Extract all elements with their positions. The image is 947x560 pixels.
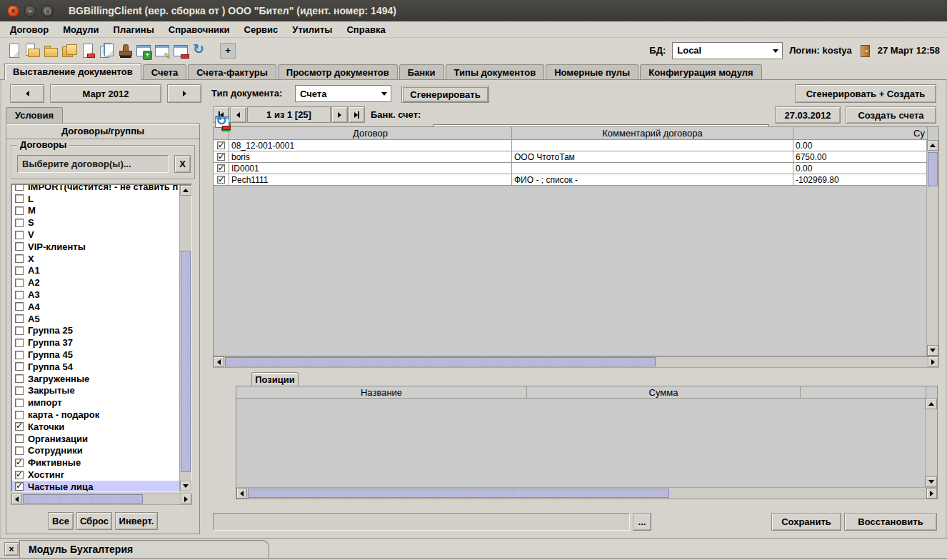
contracts-groups-tab[interactable]: Договоры/группы xyxy=(6,123,200,139)
menu-item[interactable]: Справка xyxy=(339,21,392,37)
row-checkbox[interactable] xyxy=(217,176,225,184)
create-invoices-button[interactable]: Создать счета xyxy=(846,106,936,124)
scroll-up-button[interactable] xyxy=(926,399,937,409)
contract-group-item[interactable]: VIP-клиенты xyxy=(12,241,179,253)
group-checkbox[interactable] xyxy=(15,399,24,407)
contract-picker-field[interactable]: Выберите договор(ы)... xyxy=(17,155,169,173)
menu-item[interactable]: Плагины xyxy=(106,21,161,37)
window-close-button[interactable]: × xyxy=(7,5,19,17)
group-checkbox[interactable] xyxy=(15,374,24,383)
menu-item[interactable]: Договор xyxy=(3,21,56,37)
menu-item[interactable]: Сервис xyxy=(237,21,286,37)
documents-stack-button[interactable] xyxy=(60,41,79,60)
main-tab[interactable]: Номерные пулы xyxy=(546,64,638,79)
group-checkbox[interactable] xyxy=(15,351,24,359)
main-tab[interactable]: Конфигурация модуля xyxy=(640,64,761,79)
menu-item[interactable]: Утилиты xyxy=(285,21,339,37)
invoice-row[interactable]: 08_12-001-0001 0.00 xyxy=(214,140,928,151)
contract-group-item[interactable]: Фиктивные xyxy=(12,456,179,469)
window-minimize-button[interactable]: − xyxy=(24,5,36,17)
group-checkbox[interactable] xyxy=(15,339,24,347)
clear-contract-button[interactable]: X xyxy=(174,155,191,173)
comment-column-header[interactable]: Комментарий договора xyxy=(512,127,793,140)
group-checkbox[interactable] xyxy=(15,446,24,455)
positions-tab[interactable]: Позиции xyxy=(251,372,299,386)
last-page-button[interactable] xyxy=(349,106,365,123)
group-checkbox[interactable] xyxy=(15,206,24,215)
contract-group-item[interactable]: Группа 54 xyxy=(12,361,179,373)
toolbar-plus-button[interactable]: + xyxy=(220,43,236,59)
group-checkbox[interactable] xyxy=(15,362,24,371)
scroll-thumb[interactable] xyxy=(23,494,143,504)
contract-group-item[interactable]: M xyxy=(12,205,179,217)
remove-document-button[interactable] xyxy=(79,41,97,60)
main-tab[interactable]: Счета-фактуры xyxy=(188,64,276,79)
contract-group-item[interactable]: A2 xyxy=(12,276,179,289)
next-page-button[interactable] xyxy=(331,106,348,123)
db-select[interactable]: Local xyxy=(672,42,783,59)
remove-item-button[interactable] xyxy=(171,41,190,60)
generate-button[interactable]: Сгенерировать xyxy=(401,86,489,103)
group-checkbox[interactable] xyxy=(15,279,24,287)
generate-create-button[interactable]: Сгенерировать + Создать xyxy=(795,84,936,103)
contract-group-item[interactable]: Каточки xyxy=(12,421,179,433)
scroll-up-button[interactable] xyxy=(180,185,191,196)
doc-type-select[interactable]: Счета xyxy=(295,85,391,102)
main-tab[interactable]: Выставление документов xyxy=(4,63,141,80)
group-checkbox[interactable] xyxy=(15,314,24,323)
row-checkbox[interactable] xyxy=(217,164,225,172)
group-checkbox[interactable] xyxy=(15,184,24,191)
scroll-down-button[interactable] xyxy=(927,345,938,356)
group-checkbox[interactable] xyxy=(15,291,24,299)
stamp-button[interactable] xyxy=(116,41,134,60)
prev-page-button[interactable] xyxy=(230,106,246,123)
scroll-left-button[interactable] xyxy=(236,488,247,499)
save-button[interactable]: Сохранить xyxy=(771,513,841,531)
contract-group-item[interactable]: Группа 37 xyxy=(12,336,179,349)
menu-item[interactable]: Модули xyxy=(56,21,106,37)
group-checkbox[interactable] xyxy=(15,266,24,275)
logout-door-icon[interactable] xyxy=(858,44,871,57)
group-checkbox[interactable] xyxy=(15,411,24,419)
scroll-right-button[interactable] xyxy=(928,356,938,367)
group-checkbox[interactable] xyxy=(15,194,24,203)
main-tab[interactable]: Счета xyxy=(143,64,186,79)
contract-group-item[interactable]: A1 xyxy=(12,265,179,277)
group-checkbox[interactable] xyxy=(15,302,24,311)
row-checkbox[interactable] xyxy=(217,153,225,161)
scroll-thumb[interactable] xyxy=(181,251,191,472)
module-status-tab[interactable]: Модуль Бухгалтерия xyxy=(19,540,269,558)
scroll-right-button[interactable] xyxy=(181,494,191,504)
contract-group-item[interactable]: A4 xyxy=(12,301,179,313)
contract-group-item[interactable]: Хостинг xyxy=(12,469,179,481)
new-document-button[interactable] xyxy=(4,41,23,60)
contract-group-item[interactable]: Группа 25 xyxy=(12,325,179,337)
row-checkbox[interactable] xyxy=(217,141,225,149)
contract-group-item[interactable]: Закрытые xyxy=(12,385,179,397)
restore-button[interactable]: Восстановить xyxy=(844,513,937,531)
group-checkbox[interactable] xyxy=(15,326,24,335)
main-tab[interactable]: Типы документов xyxy=(446,64,545,79)
group-checkbox[interactable] xyxy=(15,422,24,431)
main-tab[interactable]: Просмотр документов xyxy=(278,64,398,79)
scroll-left-button[interactable] xyxy=(214,356,224,367)
scroll-down-button[interactable] xyxy=(180,481,191,491)
contract-group-item[interactable]: Частные лица xyxy=(12,481,179,491)
contract-group-item[interactable]: S xyxy=(12,216,179,229)
scroll-down-button[interactable] xyxy=(926,476,937,487)
extra-column-header[interactable] xyxy=(801,386,926,399)
more-button[interactable]: ... xyxy=(633,513,651,531)
contract-group-item[interactable]: X xyxy=(12,253,179,265)
group-checkbox[interactable] xyxy=(15,386,24,395)
reset-selection-button[interactable]: Сброс xyxy=(76,512,112,530)
prev-month-button[interactable] xyxy=(10,84,44,103)
group-checkbox[interactable] xyxy=(15,471,24,479)
group-checkbox[interactable] xyxy=(15,482,24,491)
contract-group-item[interactable]: карта - подарок xyxy=(12,409,179,421)
contract-group-item[interactable]: Группа 45 xyxy=(12,349,179,361)
copy-document-button[interactable] xyxy=(97,41,116,60)
scroll-thumb[interactable] xyxy=(928,152,938,186)
edit-item-button[interactable] xyxy=(153,41,171,60)
scroll-left-button[interactable] xyxy=(11,494,22,504)
left-panel-tab[interactable]: Условия xyxy=(6,107,63,123)
